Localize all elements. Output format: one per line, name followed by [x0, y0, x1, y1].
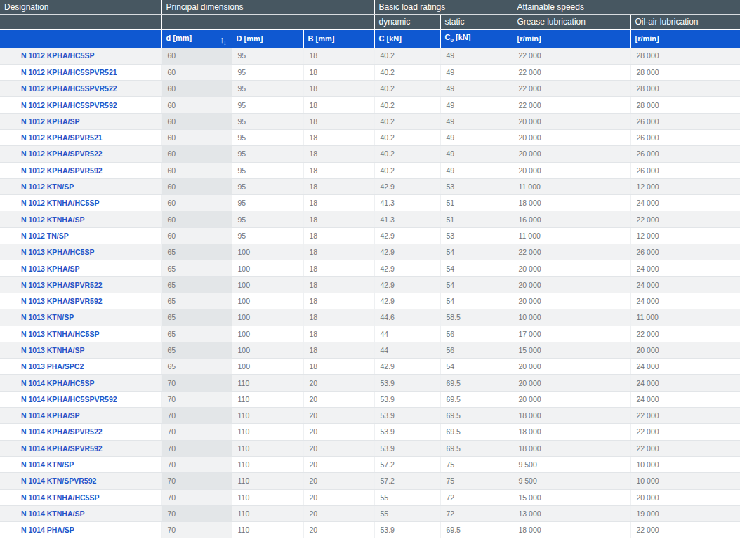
C-dynamic-load-cell: 42.9 [374, 359, 440, 375]
designation-link[interactable]: N 1012 KTNHA/SP [21, 215, 84, 224]
table-row: N 1014 KTNHA/HC5SP 70 110 20 55 72 15 00… [0, 489, 740, 505]
B-value-cell: 18 [303, 146, 374, 162]
grease-speed-cell: 22 000 [513, 64, 630, 80]
designation-link[interactable]: N 1013 KTNHA/HC5SP [21, 330, 99, 338]
column-header-d-sortable[interactable]: d [mm] ↑↓ [161, 29, 232, 48]
designation-link[interactable]: N 1012 KPHA/HC5SPVR521 [21, 68, 117, 76]
designation-cell: N 1014 KTN/SPVR592 [0, 473, 161, 489]
designation-link[interactable]: N 1014 KTN/SPVR592 [21, 476, 96, 485]
column-header-rpm-grease[interactable]: [r/min] [513, 29, 630, 48]
grease-speed-cell: 17 000 [513, 326, 630, 342]
designation-link[interactable]: N 1014 KPHA/HC5SP [21, 379, 94, 387]
D-value-cell: 110 [232, 473, 303, 489]
oil-air-speed-cell: 12 000 [630, 227, 740, 244]
table-row: N 1013 KPHA/SPVR522 65 100 18 42.9 54 20… [0, 276, 740, 293]
table-row: N 1012 KPHA/HC5SPVR522 60 95 18 40.2 49 … [0, 81, 740, 97]
designation-link[interactable]: N 1014 PHA/SP [21, 526, 74, 534]
designation-link[interactable]: N 1014 KPHA/SPVR522 [21, 427, 103, 436]
grease-speed-cell: 20 000 [513, 359, 630, 375]
grease-speed-cell: 20 000 [513, 260, 630, 276]
B-value-cell: 18 [303, 211, 374, 227]
oil-air-speed-cell: 22 000 [630, 522, 740, 538]
designation-link[interactable]: N 1014 KPHA/HC5SPVR592 [21, 395, 117, 404]
designation-link[interactable]: N 1014 KPHA/SP [21, 411, 79, 420]
designation-link[interactable]: N 1012 TN/SP [21, 232, 69, 240]
table-row: N 1012 TN/SP 60 95 18 42.9 53 11 000 12 … [0, 227, 740, 244]
C0-static-load-cell: 49 [440, 64, 513, 80]
designation-link[interactable]: N 1012 KPHA/SP [21, 117, 79, 126]
designation-link[interactable]: N 1013 KTNHA/SP [21, 346, 84, 354]
designation-link[interactable]: N 1013 KPHA/SP [21, 265, 79, 273]
C0-static-load-cell: 72 [440, 505, 513, 521]
designation-link[interactable]: N 1012 KTNHA/HC5SP [21, 199, 99, 207]
C-dynamic-load-cell: 53.9 [374, 522, 440, 538]
C-dynamic-load-cell: 40.2 [374, 97, 440, 113]
grease-speed-cell: 20 000 [513, 146, 630, 162]
oil-air-speed-cell: 22 000 [630, 211, 740, 227]
B-value-cell: 20 [303, 375, 374, 391]
grease-speed-cell: 9 500 [513, 473, 630, 489]
designation-link[interactable]: N 1013 KPHA/SPVR522 [21, 281, 103, 289]
subheader-dynamic: dynamic [374, 15, 440, 29]
d-value-cell: 60 [161, 195, 232, 211]
designation-link[interactable]: N 1012 KPHA/SPVR522 [21, 149, 103, 158]
oil-air-speed-cell: 22 000 [630, 440, 740, 456]
B-value-cell: 20 [303, 408, 374, 424]
designation-cell: N 1012 KPHA/HC5SPVR522 [0, 81, 161, 97]
designation-link[interactable]: N 1012 KPHA/HC5SPVR592 [21, 101, 117, 109]
column-header-D[interactable]: D [mm] [232, 29, 303, 48]
designation-link[interactable]: N 1014 KTN/SP [21, 460, 74, 469]
C0-static-load-cell: 49 [440, 48, 513, 64]
d-value-cell: 70 [161, 456, 232, 472]
table-row: N 1012 KPHA/SPVR522 60 95 18 40.2 49 20 … [0, 146, 740, 162]
d-value-cell: 70 [161, 473, 232, 489]
C-dynamic-load-cell: 57.2 [374, 456, 440, 472]
designation-link[interactable]: N 1012 KPHA/HC5SP [21, 51, 94, 60]
d-value-cell: 60 [161, 97, 232, 113]
sort-ascending-icon[interactable]: ↑↓ [220, 36, 227, 44]
C-dynamic-load-cell: 57.2 [374, 473, 440, 489]
designation-link[interactable]: N 1012 KPHA/HC5SPVR522 [21, 84, 117, 93]
d-value-cell: 65 [161, 244, 232, 260]
d-value-cell: 65 [161, 309, 232, 326]
designation-link[interactable]: N 1014 KTNHA/SP [21, 509, 84, 518]
designation-link[interactable]: N 1013 KPHA/HC5SP [21, 248, 94, 256]
designation-link[interactable]: N 1013 KPHA/SPVR592 [21, 297, 103, 305]
grease-speed-cell: 20 000 [513, 276, 630, 293]
grease-speed-cell: 20 000 [513, 391, 630, 407]
C0-static-load-cell: 53 [440, 178, 513, 194]
D-value-cell: 95 [232, 113, 303, 129]
grease-speed-cell: 20 000 [513, 162, 630, 178]
d-value-cell: 70 [161, 391, 232, 407]
grease-speed-cell: 18 000 [513, 440, 630, 456]
oil-air-speed-cell: 24 000 [630, 375, 740, 391]
designation-link[interactable]: N 1014 KPHA/SPVR592 [21, 444, 103, 453]
designation-cell: N 1012 KPHA/SP [0, 113, 161, 129]
B-value-cell: 18 [303, 129, 374, 145]
column-header-rpm-oil[interactable]: [r/min] [630, 29, 740, 48]
C0-static-load-cell: 49 [440, 113, 513, 129]
designation-link[interactable]: N 1013 PHA/SPC2 [21, 362, 84, 371]
B-value-cell: 18 [303, 342, 374, 358]
oil-air-speed-cell: 26 000 [630, 162, 740, 178]
designation-link[interactable]: N 1012 KTN/SP [21, 182, 74, 191]
D-value-cell: 110 [232, 522, 303, 538]
oil-air-speed-cell: 12 000 [630, 178, 740, 194]
d-value-cell: 60 [161, 211, 232, 227]
oil-air-speed-cell: 24 000 [630, 276, 740, 293]
subheader-dimensions-blank [161, 15, 374, 29]
oil-air-speed-cell: 28 000 [630, 64, 740, 80]
designation-link[interactable]: N 1012 KPHA/SPVR521 [21, 133, 103, 142]
column-header-B[interactable]: B [mm] [303, 29, 374, 48]
designation-cell: N 1014 KPHA/SP [0, 408, 161, 424]
designation-link[interactable]: N 1014 KTNHA/HC5SP [21, 493, 99, 502]
B-value-cell: 18 [303, 113, 374, 129]
column-header-C[interactable]: C [kN] [374, 29, 440, 48]
grease-speed-cell: 20 000 [513, 375, 630, 391]
designation-link[interactable]: N 1012 KPHA/SPVR592 [21, 166, 103, 175]
designation-link[interactable]: N 1013 KTN/SP [21, 313, 74, 321]
oil-air-speed-cell: 26 000 [630, 146, 740, 162]
d-value-cell: 70 [161, 440, 232, 456]
column-header-C0[interactable]: C0 [kN] [440, 29, 513, 48]
B-value-cell: 18 [303, 195, 374, 211]
